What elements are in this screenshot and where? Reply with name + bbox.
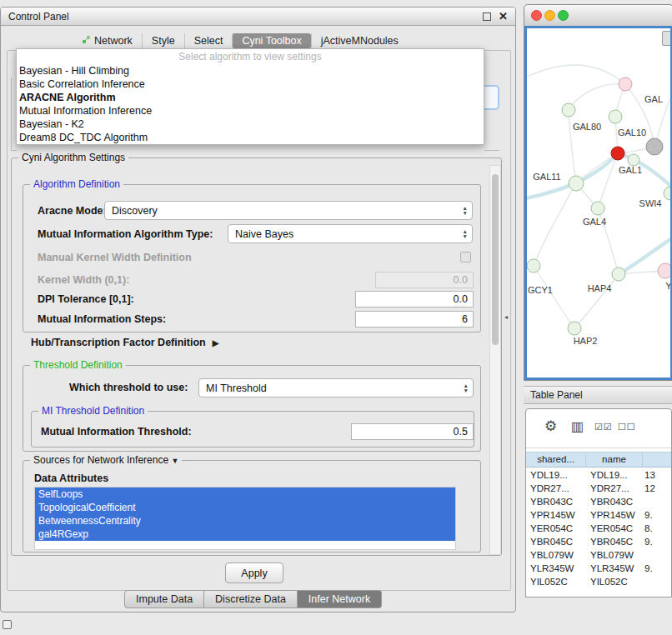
table-row[interactable]: YBR043CYBR043C (526, 495, 671, 508)
deselect-all-columns-icon[interactable]: ☐☐ (618, 422, 636, 432)
kernel-width-field[interactable]: 0.0 (375, 272, 474, 288)
splitpane-collapse-icon[interactable]: ◂ (504, 313, 508, 321)
mi-steps-value: 6 (462, 313, 468, 325)
network-canvas[interactable]: GALGAL80GAL10GAL11GAL1SWI4GAL4GCY1HAP4YH… (524, 26, 672, 380)
network-node[interactable] (562, 103, 575, 117)
attribute-item-topologicalcoefficient[interactable]: TopologicalCoefficient (35, 501, 455, 514)
hub-definition-label: Hub/Transcription Factor Definition (31, 337, 206, 348)
table-cell: YBR045C (586, 537, 643, 547)
network-node[interactable] (612, 268, 625, 281)
select-all-columns-icon[interactable]: ☑☑ (594, 422, 613, 432)
tab-style[interactable]: Style (142, 33, 184, 48)
network-node[interactable] (658, 263, 672, 278)
table-row[interactable]: YDL19...YDL19...13 (526, 468, 671, 482)
sources-group-title[interactable]: Sources for Network Inference ▼ (30, 454, 182, 468)
table-header-row: shared...name (526, 452, 671, 468)
collapse-right-icon: ▶ (213, 338, 219, 348)
hidden-group-border (11, 78, 12, 151)
network-node[interactable] (569, 176, 584, 191)
table-cell: YLR345W (586, 563, 643, 573)
table-cell: 9. (643, 563, 671, 573)
algorithm-definition-title: Algorithm Definition (30, 178, 123, 191)
table-row[interactable]: YBL079WYBL079W (526, 548, 671, 562)
collapse-down-icon: ▼ (171, 457, 178, 465)
table-cell: 12 (643, 483, 671, 493)
network-node[interactable] (646, 138, 663, 155)
algorithm-option-basic-correlation-inference[interactable]: Basic Correlation Inference (17, 78, 484, 91)
network-edge[interactable] (527, 65, 625, 84)
which-threshold-select[interactable]: MI Threshold ▲▼ (198, 378, 474, 398)
kernel-width-value: 0.0 (454, 274, 468, 286)
algorithm-option-bayesian-k2[interactable]: Bayesian - K2 (17, 118, 484, 131)
column-header-extra[interactable] (643, 452, 671, 467)
bottom-tab-infer-network[interactable]: Infer Network (298, 590, 382, 608)
node-label-hap4: HAP4 (588, 283, 612, 293)
apply-button[interactable]: Apply (225, 562, 283, 583)
network-edge[interactable] (574, 274, 619, 328)
aracne-mode-label: Aracne Mode: (38, 205, 107, 217)
table-row[interactable]: YPR145WYPR145W9. (526, 508, 671, 522)
table-panel-header: Table Panel (524, 386, 672, 404)
column-header-shared[interactable]: shared... (526, 452, 586, 467)
desktop: Control Panel ✕ NetworkStyleSelectCyni T… (0, 0, 672, 635)
data-attributes-label: Data Attributes (34, 472, 108, 484)
manual-kernel-checkbox[interactable] (460, 252, 471, 262)
tab-select[interactable]: Select (184, 33, 233, 48)
dropdown-placeholder: Select algorithm to view settings (17, 51, 484, 64)
minimized-panel-icon[interactable] (3, 620, 12, 629)
network-node[interactable] (568, 322, 581, 335)
table-row[interactable]: YLR345WYLR345W9. (526, 562, 671, 575)
network-node[interactable] (619, 78, 632, 91)
mi-steps-field[interactable]: 6 (355, 311, 474, 328)
algorithm-option-mutual-information-inference[interactable]: Mutual Information Inference (17, 104, 484, 118)
settings-scrollbar[interactable] (489, 165, 501, 555)
network-node[interactable] (591, 202, 604, 215)
network-node[interactable] (611, 147, 624, 160)
tab-cyni-toolbox[interactable]: Cyni Toolbox (232, 33, 310, 48)
network-node[interactable] (628, 154, 639, 166)
network-node[interactable] (527, 259, 540, 272)
table-row[interactable]: YDR27...YDR27...12 (526, 482, 671, 495)
hub-definition-toggle[interactable]: Hub/Transcription Factor Definition ▶ (31, 337, 218, 348)
network-node[interactable] (664, 187, 672, 200)
birdseye-toggle-icon[interactable] (662, 31, 672, 46)
table-cell: YIL052C (586, 577, 643, 587)
float-window-icon[interactable] (483, 12, 491, 21)
node-label-gal11: GAL11 (533, 172, 560, 182)
table-cell: 9. (643, 510, 671, 520)
dpi-tolerance-field[interactable]: 0.0 (355, 291, 474, 308)
scrollbar-thumb[interactable] (492, 174, 499, 345)
mi-threshold-field[interactable]: 0.5 (351, 423, 474, 440)
bottom-tab-discretize-data[interactable]: Discretize Data (204, 590, 298, 608)
tab-jactivemnodules[interactable]: jActiveMNodules (311, 33, 408, 48)
bottom-tab-impute-data[interactable]: Impute Data (124, 590, 204, 608)
aracne-mode-select[interactable]: Discovery ▲▼ (104, 201, 473, 220)
table-row[interactable]: YBR045CYBR045C9. (526, 535, 671, 548)
tab-network[interactable]: Network (73, 33, 142, 48)
mac-minimize-icon[interactable] (544, 10, 555, 21)
algorithm-option-aracne-algorithm[interactable]: ARACNE Algorithm (17, 91, 484, 104)
attribute-item-selfloops[interactable]: SelfLoops (35, 488, 455, 501)
show-columns-icon[interactable]: ▥ (571, 418, 584, 434)
network-edge[interactable] (569, 84, 625, 110)
network-node[interactable] (609, 110, 622, 123)
algorithm-dropdown-list: Select algorithm to view settings Bayesi… (16, 48, 484, 145)
algorithm-option-bayesian-hill-climbing[interactable]: Bayesian - Hill Climbing (17, 64, 484, 78)
mac-close-icon[interactable] (531, 10, 542, 21)
network-tab-icon (82, 35, 91, 47)
algorithm-option-dream8-dc-tdc-algorithm[interactable]: Dream8 DC_TDC Algorithm (17, 131, 484, 144)
close-icon[interactable]: ✕ (499, 11, 508, 22)
window-title: Control Panel (8, 11, 69, 22)
table-row[interactable]: YIL052CYIL052C (526, 575, 671, 588)
mi-type-select[interactable]: Naive Bayes ▲▼ (228, 224, 473, 243)
algorithm-combo-edge[interactable] (484, 85, 499, 110)
table-row[interactable]: YER054CYER054C8. (526, 522, 671, 535)
mac-zoom-icon[interactable] (558, 10, 569, 21)
column-header-name[interactable]: name (586, 452, 643, 467)
table-cell: 9. (643, 537, 671, 547)
attribute-item-gal4rgexp[interactable]: gal4RGexp (35, 528, 455, 541)
table-settings-gear-icon[interactable]: ⚙ (544, 418, 557, 435)
combo-arrows-icon: ▲▼ (463, 225, 468, 242)
network-edge[interactable] (534, 266, 574, 328)
attribute-item-betweennesscentrality[interactable]: BetweennessCentrality (35, 514, 455, 528)
